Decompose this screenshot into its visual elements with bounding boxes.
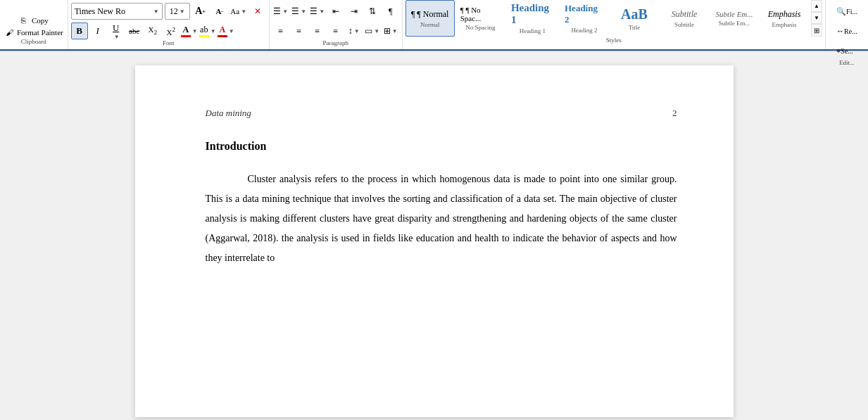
paragraph-section-label: Paragraph <box>322 39 348 46</box>
style-title-button[interactable]: AaB Title <box>610 0 659 37</box>
font-group: Times New Ro ▼ 12 ▼ A+ A- Aa ▼ ✕ <box>68 0 270 49</box>
font-name-display: Times New Ro <box>75 6 152 17</box>
align-left-icon: ≡ <box>278 26 283 37</box>
superscript-button[interactable]: X2 <box>163 23 180 39</box>
font-color-icon: A <box>181 25 191 37</box>
multilevel-button[interactable]: ☰ ▼ <box>309 3 326 20</box>
italic-button[interactable]: I <box>89 23 106 39</box>
multilevel-dropdown: ▼ <box>319 8 325 15</box>
style-heading2-button[interactable]: Heading 2 Heading 2 <box>560 0 609 37</box>
copy-button[interactable]: ⎘ Copy <box>18 15 50 26</box>
replace-label: Re... <box>844 27 857 35</box>
font-color-button[interactable]: A ▼ <box>181 23 198 39</box>
font-color2-icon: A <box>218 25 227 37</box>
paragraph-group: ☰ ▼ ☰ ▼ ☰ ▼ ⇤ ⇥ <box>270 0 403 49</box>
style-normal-preview: ¶ ¶ Normal <box>411 9 449 20</box>
align-right-icon: ≡ <box>315 26 320 37</box>
font-row2: B I U ▼ abc X2 <box>71 23 266 39</box>
style-title-label: Title <box>629 24 641 31</box>
justify-button[interactable]: ≡ <box>327 23 344 39</box>
format-painter-icon: 🖌 <box>4 27 14 37</box>
strikethrough-button[interactable]: abc <box>126 23 143 39</box>
style-subtleem-label: Subtle Em... <box>719 20 750 27</box>
sort-button[interactable]: ⇅ <box>364 3 381 20</box>
strikethrough-icon: abc <box>129 27 139 35</box>
align-center-button[interactable]: ≡ <box>291 23 308 39</box>
style-normal-label: Normal <box>420 21 440 28</box>
style-normal-button[interactable]: ¶ ¶ Normal Normal <box>405 0 455 37</box>
style-subtitle-label: Subtitle <box>674 21 694 28</box>
highlight-dropdown-arrow: ▼ <box>210 28 216 34</box>
highlight-button[interactable]: ab ▼ <box>199 23 216 39</box>
line-spacing-button[interactable]: ↕ ▼ <box>346 23 363 39</box>
style-emphasis-button[interactable]: Emphasis Emphasis <box>760 0 809 37</box>
style-subtleem-preview: Subtle Em... <box>715 10 753 18</box>
font-name-selector[interactable]: Times New Ro ▼ <box>71 3 163 20</box>
show-hide-button[interactable]: ¶ <box>382 3 399 20</box>
ribbon: ✂ Cut ⎘ Copy 🖌 Format Painter Clipboard <box>0 0 868 51</box>
decrease-indent-button[interactable]: ⇤ <box>327 3 344 20</box>
subscript-button[interactable]: X2 <box>144 23 161 39</box>
find-label: Fi... <box>846 8 857 15</box>
style-nospacing-label: No Spacing <box>465 24 495 31</box>
line-spacing-dropdown: ▼ <box>354 28 360 34</box>
numbering-icon: ☰ <box>291 6 299 17</box>
style-heading1-button[interactable]: Heading 1 Heading 1 <box>506 0 559 37</box>
format-painter-button[interactable]: 🖌 Format Painter <box>3 27 65 38</box>
para-row1: ☰ ▼ ☰ ▼ ☰ ▼ ⇤ ⇥ <box>272 3 399 20</box>
font-case-button[interactable]: Aa ▼ <box>230 3 247 20</box>
underline-button[interactable]: U ▼ <box>108 23 125 39</box>
styles-scroll-up-button[interactable]: ▲ <box>811 0 822 12</box>
increase-indent-icon: ⇥ <box>351 6 358 17</box>
document-heading[interactable]: Introduction <box>206 140 677 153</box>
font-name-dropdown-arrow: ▼ <box>153 8 159 15</box>
style-heading2-label: Heading 2 <box>571 27 597 34</box>
clear-formatting-button[interactable]: ✕ <box>249 3 266 20</box>
editing-section-label: Edit... <box>839 59 855 66</box>
bullets-button[interactable]: ☰ ▼ <box>272 3 289 20</box>
cut-button[interactable]: ✂ Cut <box>20 3 47 14</box>
font-size-selector[interactable]: 12 ▼ <box>165 3 190 20</box>
document-paragraph[interactable]: Cluster analysis refers to the process i… <box>206 170 677 268</box>
copy-label: Copy <box>32 16 49 25</box>
font-color2-button[interactable]: A ▼ <box>218 23 234 39</box>
style-heading1-label: Heading 1 <box>520 27 546 34</box>
copy-icon: ⎘ <box>19 15 29 25</box>
font-shrink-button[interactable]: A- <box>211 3 228 20</box>
borders-dropdown: ▼ <box>392 28 398 34</box>
style-nospacing-preview: ¶ ¶ No Spac... <box>460 6 501 23</box>
page-header: Data mining 2 <box>206 108 677 119</box>
bullets-icon: ☰ <box>273 6 281 17</box>
ribbon-toolbar: ✂ Cut ⎘ Copy 🖌 Format Painter Clipboard <box>0 0 868 51</box>
borders-button[interactable]: ⊞ ▼ <box>382 23 399 39</box>
numbering-button[interactable]: ☰ ▼ <box>291 3 308 20</box>
font-case-label: Aa <box>230 7 239 15</box>
bold-button[interactable]: B <box>71 23 88 39</box>
increase-indent-button[interactable]: ⇥ <box>346 3 363 20</box>
font-size-dropdown-arrow: ▼ <box>180 8 185 15</box>
styles-expand-button[interactable]: ⊞ <box>811 24 822 37</box>
bold-icon: B <box>76 25 82 37</box>
replace-button[interactable]: ↔ Re... <box>831 23 862 39</box>
style-subtitle-button[interactable]: Subtitle Subtitle <box>660 0 709 37</box>
styles-scroll-down-button[interactable]: ▼ <box>811 12 822 24</box>
style-subtleem-button[interactable]: Subtle Em... Subtle Em... <box>710 0 759 37</box>
shading-button[interactable]: ▭ ▼ <box>364 23 381 39</box>
align-left-button[interactable]: ≡ <box>272 23 289 39</box>
bullets-dropdown: ▼ <box>282 8 288 15</box>
find-button[interactable]: 🔍 Fi... <box>831 3 862 20</box>
font-case-dropdown-arrow: ▼ <box>241 8 246 15</box>
borders-icon: ⊞ <box>384 26 391 37</box>
styles-group: ¶ ¶ Normal Normal ¶ ¶ No Spac... No Spac… <box>403 0 826 49</box>
align-right-button[interactable]: ≡ <box>309 23 326 39</box>
underline-icon: U ▼ <box>113 23 120 40</box>
line-spacing-icon: ↕ <box>348 26 353 37</box>
editing-group: 🔍 Fi... ↔ Re... ⌖ Se... Edit... <box>826 0 868 49</box>
select-button[interactable]: ⌖ Se... <box>831 42 858 59</box>
style-nospacing-button[interactable]: ¶ ¶ No Spac... No Spacing <box>455 0 505 37</box>
font-grow-button[interactable]: A+ <box>192 3 209 20</box>
justify-icon: ≡ <box>333 26 338 37</box>
align-center-icon: ≡ <box>296 26 301 37</box>
styles-scroll-buttons: ▲ ▼ ⊞ <box>811 0 822 37</box>
shading-icon: ▭ <box>365 26 372 37</box>
